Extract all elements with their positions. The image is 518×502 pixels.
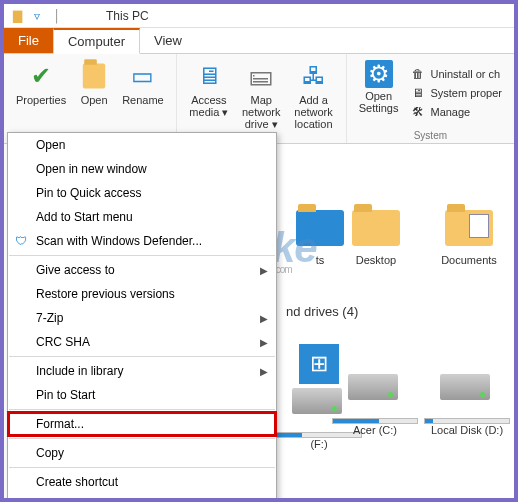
properties-button[interactable]: ✔ Properties xyxy=(10,58,72,141)
open-button[interactable]: Open xyxy=(72,58,116,141)
chevron-right-icon: ▶ xyxy=(260,313,268,324)
folder-desktop[interactable]: Desktop xyxy=(331,206,421,266)
menu-format[interactable]: Format... xyxy=(8,412,276,436)
ribbon-tabs: File Computer View xyxy=(4,28,514,54)
window-title: This PC xyxy=(106,9,149,23)
ribbon: ✔ Properties Open ▭ Rename 🖥 Access medi… xyxy=(4,54,514,144)
menu-give-access[interactable]: Give access to▶ xyxy=(8,258,276,282)
group-label-system: System xyxy=(353,128,508,141)
menu-separator xyxy=(9,409,275,410)
drive-icon xyxy=(440,374,494,414)
context-menu: Open Open in new window Pin to Quick acc… xyxy=(7,132,277,502)
folder-documents[interactable]: Documents xyxy=(424,206,514,266)
menu-open[interactable]: Open xyxy=(8,133,276,157)
menu-copy[interactable]: Copy xyxy=(8,441,276,465)
rename-button[interactable]: ▭ Rename xyxy=(116,58,170,141)
menu-separator xyxy=(9,467,275,468)
shield-icon: 🛡 xyxy=(14,234,28,248)
access-media-button[interactable]: 🖥 Access media ▾ xyxy=(183,58,235,132)
network-drive-icon: 🖴 xyxy=(245,60,277,92)
menu-separator xyxy=(9,255,275,256)
menu-7zip[interactable]: 7-Zip▶ xyxy=(8,306,276,330)
title-bar: ▇ ▿ │ This PC xyxy=(4,4,514,28)
menu-pin-quick-access[interactable]: Pin to Quick access xyxy=(8,181,276,205)
menu-pin-start[interactable]: Pin to Start xyxy=(8,383,276,407)
tab-file[interactable]: File xyxy=(4,28,53,53)
system-properties-button[interactable]: 🖥 System proper xyxy=(406,84,506,102)
add-network-button[interactable]: 🖧 Add a network location xyxy=(287,58,339,132)
chevron-right-icon: ▶ xyxy=(260,337,268,348)
media-icon: 🖥 xyxy=(193,60,225,92)
menu-scan-defender[interactable]: 🛡Scan with Windows Defender... xyxy=(8,229,276,253)
section-drives-header: nd drives (4) xyxy=(286,304,358,319)
check-icon: ✔ xyxy=(25,60,57,92)
menu-create-shortcut[interactable]: Create shortcut xyxy=(8,470,276,494)
check-icon[interactable]: ▿ xyxy=(28,7,46,25)
system-icon: 🖥 xyxy=(410,85,426,101)
divider-icon: │ xyxy=(48,7,66,25)
drive-acer[interactable]: Acer (C:) xyxy=(332,374,418,436)
open-settings-button[interactable]: ⚙ Open Settings xyxy=(353,58,405,128)
tab-computer[interactable]: Computer xyxy=(53,28,140,54)
chevron-right-icon: ▶ xyxy=(260,265,268,276)
menu-open-new-window[interactable]: Open in new window xyxy=(8,157,276,181)
folder-icon[interactable]: ▇ xyxy=(8,7,26,25)
desktop-icon xyxy=(349,206,403,250)
settings-icon: ⚙ xyxy=(365,60,393,88)
uninstall-icon: 🗑 xyxy=(410,66,426,82)
manage-icon: 🛠 xyxy=(410,104,426,120)
menu-restore-versions[interactable]: Restore previous versions xyxy=(8,282,276,306)
uninstall-button[interactable]: 🗑 Uninstall or ch xyxy=(406,65,506,83)
documents-icon xyxy=(442,206,496,250)
network-location-icon: 🖧 xyxy=(298,60,330,92)
menu-crc-sha[interactable]: CRC SHA▶ xyxy=(8,330,276,354)
content-area: ts Desktop Documents nd drives (4) ⊞ (F:… xyxy=(4,144,514,500)
rename-icon: ▭ xyxy=(127,60,159,92)
map-network-button[interactable]: 🖴 Map network drive ▾ xyxy=(235,58,287,132)
drive-icon xyxy=(348,374,402,414)
chevron-right-icon: ▶ xyxy=(260,366,268,377)
menu-add-start[interactable]: Add to Start menu xyxy=(8,205,276,229)
quick-access-toolbar: ▇ ▿ │ xyxy=(8,7,66,25)
menu-separator xyxy=(9,438,275,439)
tab-view[interactable]: View xyxy=(140,28,196,53)
drive-local[interactable]: Local Disk (D:) xyxy=(424,374,510,436)
menu-include-library[interactable]: Include in library▶ xyxy=(8,359,276,383)
menu-rename[interactable]: Rename xyxy=(8,494,276,502)
folder-open-icon xyxy=(78,60,110,92)
manage-button[interactable]: 🛠 Manage xyxy=(406,103,506,121)
menu-separator xyxy=(9,356,275,357)
